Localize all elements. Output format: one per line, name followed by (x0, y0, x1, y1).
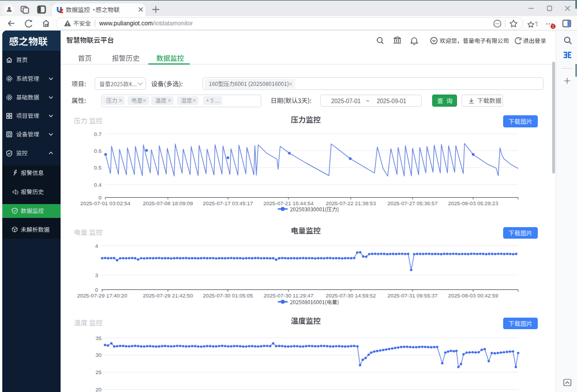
svg-text:1: 1 (552, 24, 554, 28)
